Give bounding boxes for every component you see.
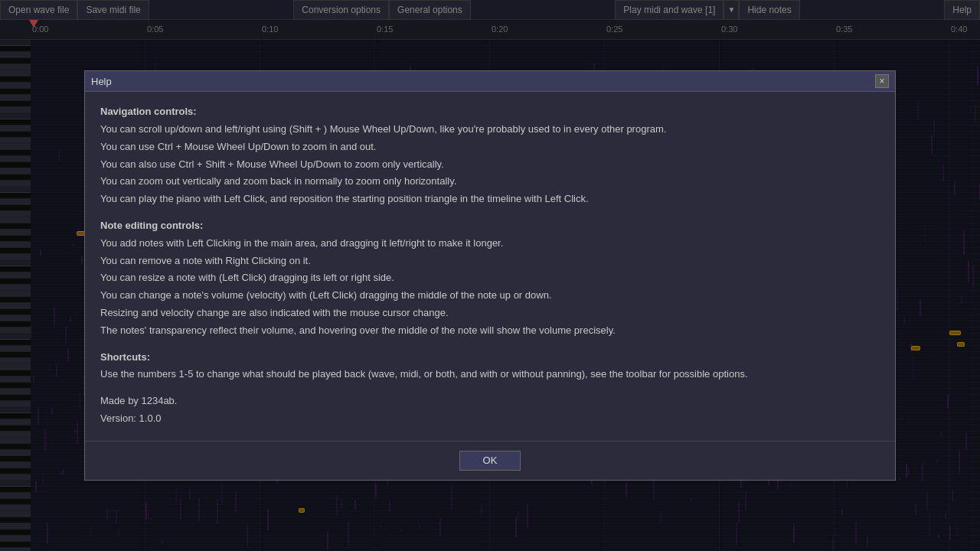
shortcuts-header: Shortcuts: [100,350,880,366]
dialog-close-button[interactable]: × [875,74,889,88]
nav-header: Navigation controls: [100,104,880,120]
nav-line-3: You can also use Ctrl + Shift + Mouse Wh… [100,157,880,173]
note-line-1: You add notes with Left Clicking in the … [100,236,880,252]
help-dialog: Help × Navigation controls: You can scro… [84,70,896,481]
note-line-5: Resizing and velocity change are also in… [100,305,880,321]
dialog-overlay: Help × Navigation controls: You can scro… [0,0,980,551]
note-line-3: You can resize a note with (Left Click) … [100,270,880,286]
dialog-titlebar: Help × [85,71,895,92]
nav-line-4: You can zoom out vertically and zoom bac… [100,174,880,190]
dialog-title: Help [91,76,112,87]
note-line-6: The notes' transparency reflect their vo… [100,323,880,339]
dialog-content: Navigation controls: You can scroll up/d… [85,92,895,441]
dialog-footer: OK [85,441,895,480]
nav-line-1: You can scroll up/down and left/right us… [100,122,880,138]
shortcuts-line-1: Use the numbers 1-5 to change what shoul… [100,367,880,383]
made-by: Made by 1234ab. [100,393,880,409]
nav-line-2: You can use Ctrl + Mouse Wheel Up/Down t… [100,139,880,155]
note-line-4: You can change a note's volume (velocity… [100,288,880,304]
note-header: Note editing controls: [100,218,880,234]
version: Version: 1.0.0 [100,411,880,427]
nav-line-5: You can play the piano with Left Click, … [100,191,880,207]
ok-button[interactable]: OK [459,451,521,471]
note-line-2: You can remove a note with Right Clickin… [100,253,880,269]
